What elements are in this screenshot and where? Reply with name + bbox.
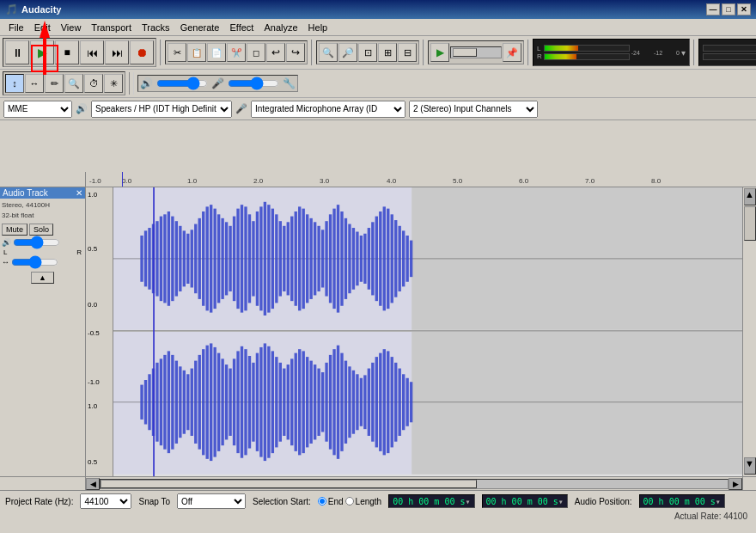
horizontal-scrollbar[interactable]: ◀ ▶ xyxy=(0,476,756,490)
record-button[interactable]: ⏺ xyxy=(130,40,154,64)
zoom-toggle-button[interactable]: ⊟ xyxy=(398,43,417,62)
menu-generate[interactable]: Generate xyxy=(175,21,225,34)
undo-button[interactable]: ↩ xyxy=(266,43,285,62)
toolbar-row-2: ↕ ↔ ✏ 🔍 ⏱ ✳ 🔊 🎤 🔧 xyxy=(0,70,756,98)
output-volume-slider[interactable] xyxy=(156,77,208,89)
svg-rect-4 xyxy=(144,230,147,286)
menu-view[interactable]: View xyxy=(56,21,87,34)
pan-slider-icon: ↔ xyxy=(2,258,9,266)
zoom-in-button[interactable]: 🔍 xyxy=(319,43,338,62)
collapse-row: ▲ xyxy=(0,272,85,284)
paste-button[interactable]: 📄 xyxy=(207,43,226,62)
scroll-left-button[interactable]: ◀ xyxy=(86,478,100,490)
trim-button[interactable]: ✂️ xyxy=(227,43,246,62)
output-device-select[interactable]: Speakers / HP (IDT High Definit xyxy=(91,101,232,118)
device-toolbar: MME 🔊 Speakers / HP (IDT High Definit 🎤 … xyxy=(0,98,756,120)
track-area: Audio Track ✕ Stereo, 44100H 32-bit floa… xyxy=(0,187,756,476)
ruler: -1.0 0.0 1.0 2.0 3.0 4.0 5.0 6.0 7.0 8.0 xyxy=(0,172,756,187)
vertical-scrollbar[interactable]: ▲ ▼ xyxy=(742,187,756,476)
waveform-display[interactable]: 1.0 0.5 0.0 -0.5 -1.0 1.0 0.5 0.0 -0.5 -… xyxy=(86,187,756,476)
menu-transport[interactable]: Transport xyxy=(86,21,137,34)
svg-rect-27 xyxy=(233,217,235,302)
input-volume-slider[interactable] xyxy=(228,77,279,89)
svg-rect-23 xyxy=(217,214,220,303)
snap-to-select[interactable]: Off xyxy=(177,493,246,509)
track-title-bar: Audio Track ✕ xyxy=(0,187,85,199)
skip-forward-button[interactable]: ⏭ xyxy=(105,40,129,64)
channels-select[interactable]: 2 (Stereo) Input Channels xyxy=(409,101,538,118)
svg-rect-147 xyxy=(405,378,408,426)
menu-file[interactable]: File xyxy=(3,21,29,34)
collapse-button[interactable]: ▲ xyxy=(31,272,54,284)
skip-back-button[interactable]: ⏮ xyxy=(80,40,104,64)
playback-tools: ▶ 📌 xyxy=(428,40,524,64)
svg-rect-94 xyxy=(202,349,204,455)
cut-button[interactable]: ✂ xyxy=(168,43,186,62)
svg-rect-47 xyxy=(309,218,312,299)
solo-button[interactable]: Solo xyxy=(29,224,53,236)
output-meter-dropdown[interactable]: ▾ xyxy=(681,48,686,58)
silence-button[interactable]: ◻ xyxy=(247,43,265,62)
snap-to-label: Snap To xyxy=(138,497,170,506)
host-select[interactable]: MME xyxy=(3,101,72,118)
fit-selection-button[interactable]: ⊡ xyxy=(358,43,377,62)
input-meter-section: -24-120 ▾ xyxy=(698,39,756,66)
svg-rect-110 xyxy=(264,343,266,461)
menu-edit[interactable]: Edit xyxy=(29,21,56,34)
end-radio: End Length xyxy=(318,497,381,506)
toolbar-row-1: ⏸ ▶ ■ ⏮ ⏭ ⏺ ✂ 📋 📄 ✂️ ◻ ↩ ↪ 🔍 🔎 ⊡ ⊞ ⊟ xyxy=(0,36,756,70)
stop-button[interactable]: ■ xyxy=(55,40,79,64)
zoom-tool[interactable]: 🔍 xyxy=(64,74,83,93)
draw-tool[interactable]: ✏ xyxy=(45,74,64,93)
select-tool[interactable]: ↕ xyxy=(5,74,24,93)
menu-analyze[interactable]: Analyze xyxy=(259,21,302,34)
svg-rect-144 xyxy=(394,363,397,442)
input-options-icon[interactable]: 🔧 xyxy=(283,77,296,89)
svg-rect-21 xyxy=(210,205,212,312)
pan-slider[interactable] xyxy=(11,258,58,266)
svg-rect-35 xyxy=(264,202,266,316)
menu-effect[interactable]: Effect xyxy=(225,21,259,34)
pause-button[interactable]: ⏸ xyxy=(5,40,29,64)
redo-button[interactable]: ↪ xyxy=(286,43,305,62)
fit-project-button[interactable]: ⊞ xyxy=(378,43,397,62)
play-button[interactable]: ▶ xyxy=(30,40,54,64)
scroll-right-button[interactable]: ▶ xyxy=(729,478,742,490)
app-icon: 🎵 xyxy=(5,3,18,15)
close-button[interactable]: ✕ xyxy=(737,3,751,15)
minimize-button[interactable]: — xyxy=(706,3,720,15)
input-device-select[interactable]: Integrated Microphone Array (ID xyxy=(251,101,405,118)
mute-button[interactable]: Mute xyxy=(2,224,27,236)
left-label: L xyxy=(3,248,7,256)
length-radio-input[interactable] xyxy=(345,497,354,505)
svg-rect-46 xyxy=(306,214,308,303)
time-tool[interactable]: ⏱ xyxy=(84,74,103,93)
envelope-tool[interactable]: ↔ xyxy=(25,74,44,93)
svg-rect-80 xyxy=(148,374,150,430)
track-info: Stereo, 44100H 32-bit float xyxy=(0,199,85,223)
project-rate-select[interactable]: 44100 xyxy=(80,493,131,509)
pin-button[interactable]: 📌 xyxy=(503,43,521,62)
scrollbar-track[interactable] xyxy=(100,479,729,489)
output-meter-bars xyxy=(544,45,630,60)
svg-rect-103 xyxy=(236,351,239,453)
sep5 xyxy=(693,40,695,65)
pan-row: ↔ xyxy=(0,256,85,268)
multi-tool[interactable]: ✳ xyxy=(104,74,123,93)
zoom-out-button[interactable]: 🔎 xyxy=(338,43,357,62)
sep3 xyxy=(423,40,424,65)
play-at-speed-button[interactable]: ▶ xyxy=(430,43,449,62)
track-close-button[interactable]: ✕ xyxy=(76,188,82,198)
maximize-button[interactable]: □ xyxy=(722,3,735,15)
copy-button[interactable]: 📋 xyxy=(187,43,206,62)
menu-tracks[interactable]: Tracks xyxy=(137,21,175,34)
speed-slider[interactable] xyxy=(450,46,502,58)
output-meter-section: LR -24-120 ▾ xyxy=(533,39,690,66)
gain-slider[interactable] xyxy=(13,238,60,247)
menu-help[interactable]: Help xyxy=(303,21,333,34)
time-start-display: 00 h 00 m 00 s ▾ xyxy=(388,494,474,508)
svg-rect-71 xyxy=(402,230,405,286)
end-radio-input[interactable] xyxy=(318,497,326,505)
svg-rect-39 xyxy=(279,221,282,296)
svg-rect-90 xyxy=(186,374,189,430)
